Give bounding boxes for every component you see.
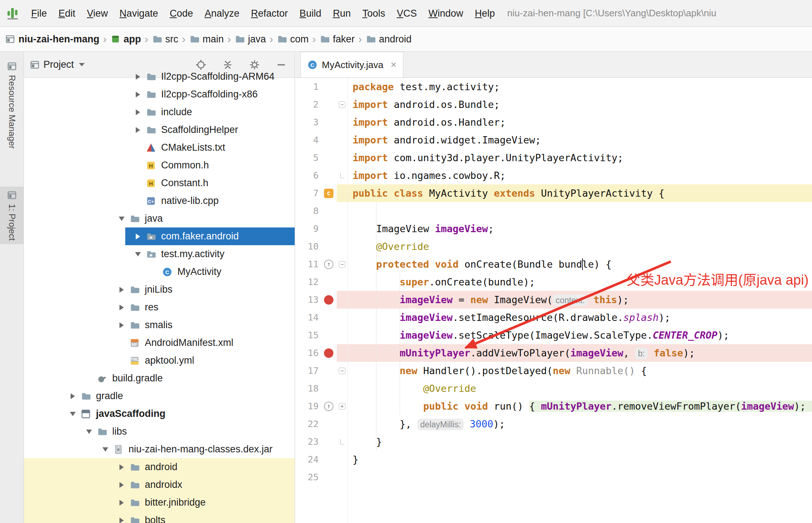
code-text[interactable]: ImageView imageView; <box>348 220 812 238</box>
fold-gutter[interactable] <box>337 220 348 238</box>
fold-expand-icon[interactable]: + <box>339 403 345 410</box>
breadcrumb-item-app[interactable]: app <box>110 34 141 45</box>
breakpoint-icon[interactable] <box>324 348 333 358</box>
fold-collapse-icon[interactable]: − <box>339 261 345 268</box>
chevron-down-icon[interactable] <box>79 63 85 66</box>
fold-gutter[interactable] <box>337 451 348 468</box>
fold-gutter[interactable] <box>337 273 348 291</box>
fold-gutter[interactable] <box>337 113 348 131</box>
chevron-right-icon[interactable] <box>113 322 130 328</box>
code-text[interactable]: new Handler().postDelayed(new Runnable()… <box>348 362 812 380</box>
tree-item-cmakelists-txt[interactable]: CMakeLists.txt <box>24 139 295 156</box>
fold-gutter[interactable] <box>337 344 348 362</box>
menu-item-file[interactable]: File <box>25 0 53 27</box>
code-text[interactable]: }, delayMillis: 3000); <box>348 415 812 433</box>
menu-item-analyze[interactable]: Analyze <box>199 0 245 27</box>
tree-item-common-h[interactable]: HCommon.h <box>24 156 295 174</box>
chevron-right-icon[interactable] <box>130 92 146 97</box>
gutter[interactable] <box>321 468 337 486</box>
chevron-down-icon[interactable] <box>64 412 81 416</box>
tree-item-jnilibs[interactable]: jniLibs <box>24 281 295 298</box>
chevron-right-icon[interactable] <box>130 109 146 115</box>
breadcrumb-item-java[interactable]: java <box>235 34 266 45</box>
gutter[interactable]: ↑ <box>321 397 337 415</box>
tree-item-constant-h[interactable]: HConstant.h <box>24 174 295 192</box>
menu-item-vcs[interactable]: VCS <box>391 0 423 27</box>
fold-gutter[interactable] <box>337 415 348 433</box>
override-marker-icon[interactable]: ↑ <box>324 260 333 269</box>
tree-item-test-my-activity[interactable]: test.my.activity <box>24 245 295 263</box>
code-text[interactable]: import android.os.Handler; <box>348 113 812 131</box>
gutter[interactable] <box>321 380 337 397</box>
fold-gutter[interactable] <box>337 468 348 486</box>
tree-item-res[interactable]: res <box>24 298 295 316</box>
code-text[interactable]: imageView = new ImageView(context: this)… <box>348 291 812 309</box>
tree-item-smalis[interactable]: smalis <box>24 316 295 334</box>
gutter[interactable] <box>321 433 337 451</box>
breadcrumb-item-src[interactable]: src <box>152 34 178 45</box>
menu-item-window[interactable]: Window <box>423 0 469 27</box>
code-text[interactable] <box>348 468 812 486</box>
fold-gutter[interactable] <box>337 380 348 397</box>
code-text[interactable]: imageView.setScaleType(ImageView.ScaleTy… <box>348 326 812 344</box>
code-text[interactable]: @Override <box>348 238 812 255</box>
gutter[interactable] <box>321 131 337 149</box>
code-text[interactable]: import com.unity3d.player.UnityPlayerAct… <box>348 149 812 167</box>
fold-gutter[interactable] <box>337 167 348 184</box>
gutter[interactable] <box>321 415 337 433</box>
tree-item-niu-zai-hen-mang-classes-dex-jar[interactable]: niu-zai-hen-mang-classes.dex.jar <box>24 440 295 458</box>
code-text[interactable]: imageView.setImageResource(R.drawable.sp… <box>348 309 812 326</box>
fold-gutter[interactable] <box>337 202 348 220</box>
code-text[interactable]: package test.my.activity; <box>348 78 812 96</box>
fold-gutter[interactable]: − <box>337 255 348 273</box>
gutter[interactable] <box>321 113 337 131</box>
menu-item-edit[interactable]: Edit <box>53 0 81 27</box>
tree-item-scaffoldinghelper[interactable]: ScaffoldingHelper <box>24 121 295 139</box>
menu-item-navigate[interactable]: Navigate <box>114 0 164 27</box>
fold-gutter[interactable] <box>337 131 348 149</box>
gutter[interactable] <box>321 344 337 362</box>
gutter[interactable] <box>321 96 337 113</box>
fold-gutter[interactable]: − <box>337 96 348 113</box>
chevron-right-icon[interactable] <box>113 482 130 488</box>
tree-item-com-faker-android[interactable]: com.faker.android <box>24 227 295 245</box>
fold-gutter[interactable] <box>337 184 348 202</box>
fold-gutter[interactable] <box>337 433 348 451</box>
close-icon[interactable]: × <box>391 59 396 71</box>
editor-tab-myactivity[interactable]: C MyActivity.java × <box>300 52 403 78</box>
tree-item-bolts[interactable]: bolts <box>24 511 295 523</box>
chevron-right-icon[interactable] <box>130 74 146 80</box>
code-text[interactable]: import android.os.Bundle; <box>348 96 812 113</box>
fold-collapse-icon[interactable]: − <box>339 101 345 108</box>
fold-gutter[interactable] <box>337 291 348 309</box>
chevron-right-icon[interactable] <box>64 393 81 399</box>
breadcrumb-item-faker[interactable]: faker <box>320 34 355 45</box>
tree-item-gradle[interactable]: gradle <box>24 387 295 405</box>
tree-item-il2cpp-scaffolding-arm64[interactable]: Il2cpp-Scaffolding-ARM64 <box>24 68 295 85</box>
chevron-down-icon[interactable] <box>130 252 146 256</box>
chevron-right-icon[interactable] <box>130 234 146 239</box>
tree-item-androidmanifest-xml[interactable]: MFAndroidManifest.xml <box>24 334 295 352</box>
tree-item-java[interactable]: java <box>24 210 295 227</box>
chevron-down-icon[interactable] <box>81 430 97 434</box>
gutter[interactable] <box>321 149 337 167</box>
tree-item-myactivity[interactable]: CMyActivity <box>24 263 295 281</box>
menu-item-tools[interactable]: Tools <box>357 0 391 27</box>
breadcrumb-item-main[interactable]: main <box>189 34 224 45</box>
menu-item-view[interactable]: View <box>81 0 114 27</box>
code-text[interactable] <box>348 202 812 220</box>
tree-item-bitter-jnibridge[interactable]: bitter.jnibridge <box>24 494 295 511</box>
tree-item-androidx[interactable]: androidx <box>24 476 295 494</box>
fold-gutter[interactable] <box>337 78 348 96</box>
tree-item-build-gradle[interactable]: build.gradle <box>24 369 295 387</box>
fold-gutter[interactable] <box>337 238 348 255</box>
gutter[interactable] <box>321 451 337 468</box>
tree-item-native-lib-cpp[interactable]: C+native-lib.cpp <box>24 192 295 210</box>
chevron-right-icon[interactable] <box>113 287 130 293</box>
code-text[interactable]: @Override <box>348 380 812 397</box>
fold-gutter[interactable]: + <box>337 397 348 415</box>
menu-item-code[interactable]: Code <box>164 0 199 27</box>
breadcrumb-item-niu-zai-hen-mang[interactable]: niu-zai-hen-mang <box>5 34 100 45</box>
menu-item-build[interactable]: Build <box>294 0 327 27</box>
breakpoint-icon[interactable] <box>324 295 333 305</box>
